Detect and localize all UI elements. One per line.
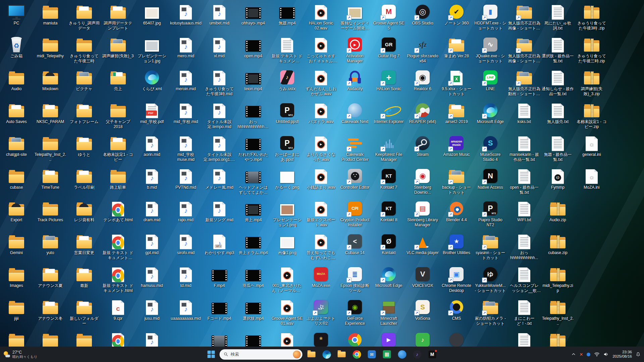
desktop-icon[interactable]: ksks.txt <box>508 102 540 124</box>
desktop-icon[interactable]: ↗VLC media player <box>407 233 439 255</box>
desktop-icon[interactable]: KT↗Kontakt 8 <box>373 200 405 223</box>
taskbar-app-m-editor[interactable]: M <box>426 348 438 360</box>
wifi-icon[interactable] <box>594 352 600 357</box>
desktop-icon[interactable]: ♪meroin.mid <box>170 69 202 92</box>
desktop-icon[interactable]: Telepathy_Inst_2... <box>542 299 574 326</box>
taskbar-app-music-player[interactable]: ♪ <box>411 348 423 360</box>
desktop-icon[interactable]: ↗Keepforest File Manager <box>373 135 405 162</box>
desktop-icon[interactable]: ♪uaaaaaaaaa.mid <box>170 299 202 321</box>
desktop-icon[interactable]: ▶こってゅｈｄすおｆｄｓｂふぁ.wav <box>305 36 337 63</box>
desktop-icon[interactable]: プレゼンテーション1.jpg <box>136 36 168 63</box>
desktop-icon[interactable]: ♪新規ソング.mid <box>203 200 235 223</box>
desktop-icon[interactable]: ♪aorin.mid <box>136 135 168 157</box>
desktop-icon[interactable]: cubase <box>0 168 33 190</box>
desktop-icon[interactable]: 名称未設定1 - コピー <box>102 135 134 162</box>
desktop-icon[interactable]: ゆうと <box>68 135 100 157</box>
desktop-icon[interactable]: ▤↗Steinberg Library Manager <box>407 200 439 227</box>
desktop-icon[interactable]: ♪mid_学校.mid <box>170 102 202 124</box>
desktop-icon[interactable]: ゆ↗YukkunMovieM... - ショートカット <box>474 266 506 293</box>
desktop-icon[interactable]: 井上.mp4 <box>237 200 269 223</box>
desktop-icon[interactable]: ▣↗Chrome Remote Desktop <box>440 266 473 293</box>
desktop-icon[interactable]: PNT2↗Piapro Studio NT2 <box>474 200 506 227</box>
desktop-icon[interactable]: レジ袋有料 <box>68 200 100 223</box>
desktop-icon[interactable]: ↗Minecraft Launcher <box>373 299 405 326</box>
desktop-icon[interactable]: ♪mero.mid <box>170 36 202 59</box>
desktop-icon[interactable]: ▶001_東北きりたん（ノーマル）_今じゃ... <box>271 266 303 293</box>
desktop-icon[interactable]: ▶Groove Agent SE 01.wav <box>271 299 303 326</box>
desktop-icon[interactable]: 売上 <box>102 69 134 92</box>
notifications-button[interactable] <box>636 352 641 357</box>
desktop-icon[interactable]: midi_Telepathy <box>34 36 66 59</box>
desktop-icon[interactable]: ∿↗JQuake.exe - ショートカット <box>474 36 506 63</box>
desktop-icon[interactable]: KT↗Kontakt 7 <box>373 168 405 190</box>
desktop-icon[interactable]: open - 親作品一覧.txt <box>508 168 540 195</box>
desktop-icon[interactable]: ♪jusu.mid <box>136 299 168 321</box>
desktop-icon[interactable]: ♪うみ.ustx <box>271 69 303 92</box>
desktop-icon[interactable]: きゅうり食ってた午後三時.zip <box>576 36 608 63</box>
weather-widget[interactable]: 27°C 晴れ時々くもり <box>3 347 37 362</box>
desktop-icon[interactable]: おっhhhhhhhhhhh... <box>508 233 540 260</box>
desktop-icon[interactable]: ♪タイトル未設定.tempo.orig1.mid <box>203 135 235 162</box>
desktop-icon[interactable]: アナウンス夏 <box>34 266 66 288</box>
desktop-icon[interactable]: ✔↗ノートン 360 <box>440 3 473 26</box>
desktop-icon[interactable]: e↗Internet Explorer <box>373 102 405 124</box>
desktop-icon[interactable]: PNT2おーばーまにあ.ppsf <box>271 135 303 162</box>
desktop-icon[interactable]: ↗無人販売不正行為 画像 - ショートカット <box>508 36 540 63</box>
desktop-icon[interactable]: VVOICEVOX <box>407 266 439 288</box>
desktop-icon[interactable]: 新規 テキスト ドキュメント.musicxml <box>271 36 303 63</box>
desktop-icon[interactable]: ↗Audacity <box>339 69 371 92</box>
desktop-icon[interactable]: ♪dram.mid <box>136 200 168 223</box>
taskbar-app-spreadsheet-app[interactable]: ▦ <box>381 348 393 360</box>
desktop-icon[interactable]: ↗Blender 4.4 <box>440 200 473 223</box>
desktop-icon[interactable]: ↗backup - ショートカット <box>440 168 473 195</box>
start-button[interactable] <box>206 349 217 360</box>
desktop-icon[interactable]: Images <box>0 266 33 288</box>
desktop-icon[interactable]: open.mp4 <box>237 36 269 59</box>
desktop-icon[interactable]: ohhayo-.mp4 <box>237 3 269 26</box>
desktop-icon[interactable]: ♪gpt.mid <box>136 233 168 255</box>
desktop-icon[interactable]: 名称未設定1 - コピー.zip <box>576 102 608 129</box>
desktop-icon[interactable]: ▶HALion Sonic 02.wav <box>305 3 337 31</box>
desktop-icon[interactable]: ♪kotusytuaaus.mid <box>170 3 202 26</box>
desktop-icon[interactable]: jijii <box>0 299 33 321</box>
desktop-icon[interactable]: 無題.mp4 <box>271 3 303 26</box>
desktop-icon[interactable]: ◉↗Steinberg Downlo... <box>407 168 439 195</box>
desktop-icon[interactable]: ↗Steam <box>407 135 439 157</box>
desktop-icon[interactable]: ↗無人販売不正行為 動画 - ショートカット <box>508 69 540 96</box>
desktop-icon[interactable]: かるーく.png <box>271 168 303 190</box>
desktop-icon[interactable]: ▶ずんだもん_しおかぜふ.wav <box>305 69 337 96</box>
desktop-icon[interactable]: LINE↗LINE <box>474 69 506 92</box>
desktop-icon[interactable]: アナウンス冬 <box>34 299 66 321</box>
desktop-icon[interactable]: ♪メドレー風.mid <box>203 168 235 190</box>
desktop-icon[interactable]: ↗Microsoft Edge <box>373 266 405 288</box>
desktop-icon[interactable]: Track Pictures <box>34 200 66 223</box>
desktop-icon[interactable]: 画像1.png <box>271 233 303 255</box>
desktop-icon[interactable]: 父子キャンプ2018 <box>102 102 134 129</box>
desktop-icon[interactable]: ♪hamusu.mid <box>136 266 168 288</box>
desktop-icon[interactable]: PNT2Untitled.ppsf <box>271 102 303 124</box>
desktop-icon[interactable]: N↗Native Access <box>474 168 506 190</box>
desktop-icon[interactable]: ♪xl.mid <box>203 36 235 59</box>
desktop-icon[interactable]: 井上ドラム.mp4 <box>237 233 269 255</box>
desktop-icon[interactable]: ぷ↗ぷよぷよ™テトリス®2 <box>305 299 337 326</box>
desktop-icon[interactable]: 65407.jpg <box>136 3 168 26</box>
desktop-icon[interactable]: +↗HALion Sonic <box>373 69 405 92</box>
desktop-icon[interactable]: manisekarin - 親作品一覧.txt <box>508 135 540 162</box>
desktop-icon[interactable]: Gemini <box>0 233 33 255</box>
tray-app-blue-icon[interactable] <box>587 353 590 356</box>
desktop-icon[interactable]: Fコード.mp4 <box>203 299 235 321</box>
desktop-icon[interactable]: ▶小銭詰まり.wav <box>305 168 337 190</box>
desktop-icon[interactable]: ヘッドフォンはずしててよかっt.mp4 <box>237 168 269 195</box>
desktop-icon[interactable]: ▶↗Activation Manager <box>339 36 371 63</box>
desktop-icon[interactable]: ラベル印刷 <box>68 168 100 190</box>
desktop-icon[interactable]: ヘルスコンプレッション__歌詞.txt <box>508 266 540 293</box>
desktop-icon[interactable]: WIFI.txt <box>508 200 540 223</box>
desktop-icon[interactable]: midi_Telepathy.zip <box>542 266 574 293</box>
desktop-icon[interactable]: ↗家の防犯カメラ - ショートカット <box>474 299 506 326</box>
desktop-icon[interactable]: ♪きゅうり食ってた午後3時.mid <box>203 69 235 96</box>
desktop-icon[interactable]: プレゼンテーション1.png <box>271 200 303 227</box>
volume-icon[interactable] <box>603 352 609 357</box>
desktop-icon[interactable]: 選択肢.mp4 <box>237 299 269 321</box>
desktop-icon[interactable]: ↗Controller Editor <box>339 168 371 190</box>
desktop-icon[interactable]: Audio.zip <box>542 200 574 223</box>
